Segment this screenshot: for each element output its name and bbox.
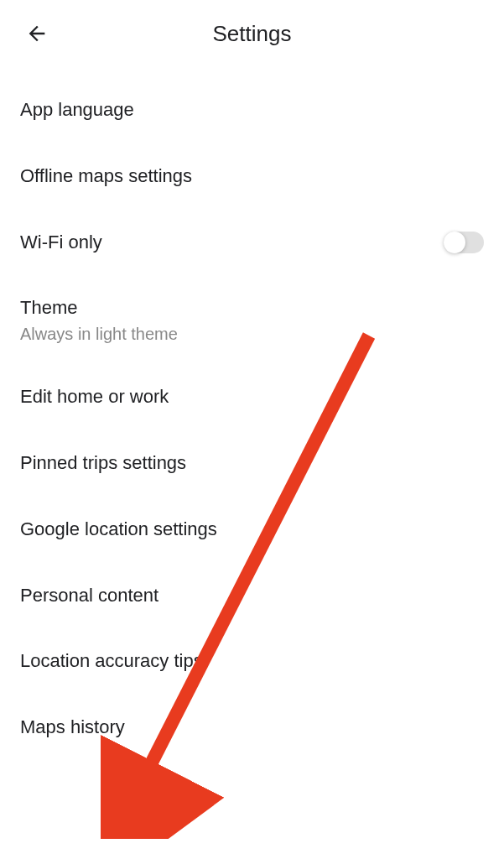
settings-item-label: Personal content [20,583,158,609]
arrow-back-icon [25,22,49,45]
settings-item-label: Google location settings [20,517,217,543]
settings-list: App language Offline maps settings Wi-Fi… [0,67,504,771]
page-title: Settings [213,21,292,47]
settings-item-content: Google location settings [20,517,217,543]
settings-item-content: App language [20,97,134,123]
settings-item-maps-history[interactable]: Maps history [0,695,504,761]
settings-item-content: Theme Always in light theme [20,295,178,344]
settings-item-app-language[interactable]: App language [0,77,504,143]
back-button[interactable] [20,17,54,50]
settings-item-personal-content[interactable]: Personal content [0,563,504,629]
toggle-knob [444,232,465,253]
settings-item-pinned-trips[interactable]: Pinned trips settings [0,430,504,497]
settings-item-google-location[interactable]: Google location settings [0,497,504,563]
settings-item-label: Theme [20,295,178,321]
settings-item-subtitle: Always in light theme [20,325,178,344]
settings-item-content: Edit home or work [20,384,169,410]
settings-item-offline-maps[interactable]: Offline maps settings [0,143,504,210]
settings-item-wifi-only[interactable]: Wi-Fi only [0,210,504,276]
settings-item-content: Offline maps settings [20,164,192,190]
settings-item-content: Maps history [20,715,125,741]
settings-item-content: Wi-Fi only [20,230,102,256]
settings-item-content: Pinned trips settings [20,450,186,476]
settings-item-content: Location accuracy tips [20,648,203,674]
settings-item-location-accuracy[interactable]: Location accuracy tips [0,628,504,695]
settings-item-label: App language [20,97,134,123]
settings-item-label: Offline maps settings [20,164,192,190]
settings-item-edit-home-work[interactable]: Edit home or work [0,364,504,430]
settings-item-content: Personal content [20,583,158,609]
settings-item-label: Location accuracy tips [20,648,203,674]
header: Settings [0,0,504,67]
settings-item-theme[interactable]: Theme Always in light theme [0,275,504,364]
settings-item-label: Wi-Fi only [20,230,102,256]
settings-item-label: Maps history [20,715,125,741]
settings-item-label: Edit home or work [20,384,169,410]
settings-item-label: Pinned trips settings [20,450,186,476]
wifi-only-toggle[interactable] [444,232,484,253]
